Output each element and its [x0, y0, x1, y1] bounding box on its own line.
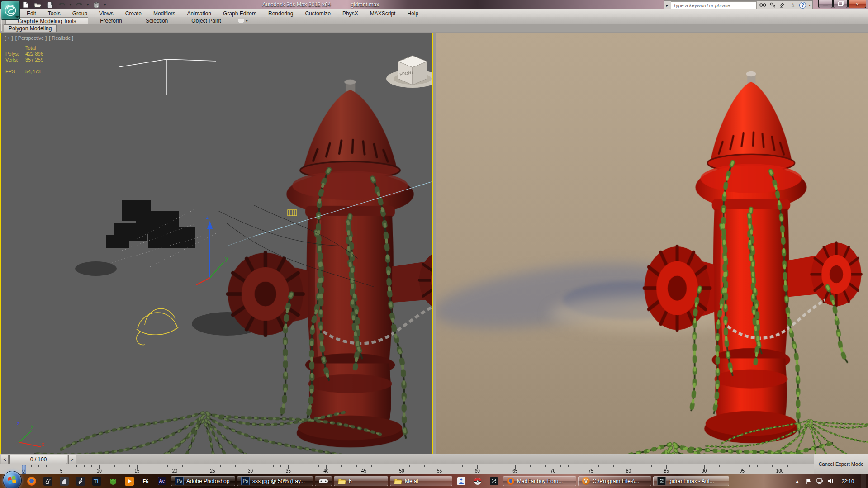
- ribbon-subtab-bar: Polygon Modeling: [0, 24, 868, 32]
- viewport-scene: z y FRONT z: [1, 33, 432, 454]
- menu-item[interactable]: Customize: [299, 10, 337, 17]
- open-file-icon[interactable]: [33, 1, 42, 9]
- taskbar-icon-3dsmax[interactable]: [487, 475, 501, 487]
- menu-item[interactable]: Help: [401, 10, 424, 17]
- restore-button[interactable]: [833, 0, 848, 8]
- taskbar-button-madfanboy[interactable]: MadFanboy Foru...: [503, 476, 576, 486]
- taskbar-button-photoshop[interactable]: Ps Adobe Photoshop ...: [171, 476, 235, 486]
- close-button[interactable]: ×: [848, 0, 866, 8]
- taskbar-icon-zbrush[interactable]: [74, 475, 87, 487]
- search-input[interactable]: [671, 1, 757, 9]
- taskbar-button-program-files[interactable]: V C:\Program Files\...: [578, 476, 651, 486]
- minimize-button[interactable]: —: [818, 0, 833, 8]
- menu-item[interactable]: MAXScript: [364, 10, 402, 17]
- taskbar-icon-green-creature[interactable]: [106, 475, 120, 487]
- ribbon-tab[interactable]: Freeform: [88, 17, 134, 24]
- start-button[interactable]: [3, 471, 22, 488]
- viewport-menu-general[interactable]: [ + ]: [5, 35, 13, 41]
- taskbar-button-folder-6[interactable]: 6: [334, 476, 388, 486]
- track-bar-ruler[interactable]: 0510152025303540455055606570758085909510…: [0, 464, 814, 474]
- new-file-icon[interactable]: [21, 1, 30, 9]
- time-slider[interactable]: 0 / 100: [9, 455, 67, 464]
- network-icon[interactable]: [816, 478, 823, 485]
- menu-item[interactable]: Animation: [181, 10, 217, 17]
- taskbar-button-gamepad[interactable]: [315, 476, 332, 486]
- taskbar-icon-sketch-app[interactable]: [41, 475, 55, 487]
- previous-frame-button[interactable]: <: [1, 455, 9, 464]
- viewport-menu-shading[interactable]: [ Realistic ]: [49, 35, 73, 41]
- taskbar-icon-tl-app[interactable]: TL: [90, 475, 104, 487]
- volume-icon[interactable]: [827, 478, 835, 485]
- ribbon-tab[interactable]: Selection: [134, 17, 180, 24]
- menu-item[interactable]: Create: [119, 10, 147, 17]
- ribbon-minimize-dropdown[interactable]: ▾: [235, 17, 251, 24]
- action-center-flag-icon[interactable]: [805, 478, 812, 485]
- quick-access-toolbar: ▾ ▾ ▾: [21, 1, 106, 9]
- taskbar-button-sss-jpg[interactable]: Ps sss.jpg @ 50% (Lay...: [237, 476, 313, 486]
- taskbar-icon-orange-arrow[interactable]: [123, 475, 136, 487]
- selected-object-small[interactable]: [288, 210, 297, 216]
- show-desktop-button[interactable]: [861, 474, 866, 488]
- show-hidden-icons-button[interactable]: ▲: [793, 478, 801, 485]
- menu-item[interactable]: Tools: [42, 10, 66, 17]
- menu-item[interactable]: Graph Editors: [217, 10, 262, 17]
- search-icon[interactable]: [759, 2, 767, 9]
- menu-item[interactable]: Modifiers: [147, 10, 181, 17]
- title-bar: ▾ ▾ ▾ Autodesk 3ds Max 2012 x64 gidrant.…: [0, 0, 868, 9]
- workspace: [ + ] [ Perspective ] [ Realistic ] Tota…: [0, 32, 868, 454]
- ribbon-tab[interactable]: Object Paint: [180, 17, 232, 24]
- undo-icon[interactable]: [57, 1, 66, 9]
- application-menu-button[interactable]: [1, 1, 20, 20]
- viewport-perspective[interactable]: [ + ] [ Perspective ] [ Realistic ] Tota…: [0, 33, 433, 455]
- subtab-polygon-modeling[interactable]: Polygon Modeling: [4, 24, 57, 32]
- taskbar-icon-horse-app[interactable]: [57, 475, 71, 487]
- project-folder-icon[interactable]: [92, 1, 101, 9]
- taskbar-button-gidrant-max[interactable]: gidrant.max - Aut...: [653, 476, 729, 486]
- app-title: Autodesk 3ds Max 2012 x64: [262, 1, 331, 8]
- taskbar-icon-blue-person[interactable]: [455, 475, 468, 487]
- menu-item[interactable]: Group: [66, 10, 93, 17]
- vray-icon: V: [582, 477, 590, 485]
- help-icon[interactable]: ?: [799, 2, 806, 9]
- stats-verts-value: 357 259: [25, 57, 43, 63]
- taskbar-icon-firefox[interactable]: [25, 475, 38, 487]
- folder-icon: [394, 478, 402, 484]
- taskbar-button-folder-metal[interactable]: Metal: [390, 476, 452, 486]
- gamepad-icon: [319, 479, 328, 484]
- selected-spline-arcs[interactable]: [137, 308, 178, 345]
- windows-logo-icon: [8, 476, 17, 485]
- viewcube[interactable]: FRONT: [386, 56, 432, 88]
- menu-item[interactable]: Rendering: [262, 10, 299, 17]
- help-dropdown-icon[interactable]: ▾: [809, 4, 811, 7]
- subscription-key-icon[interactable]: [769, 2, 777, 9]
- redo-dropdown-icon[interactable]: ▾: [87, 3, 89, 7]
- menu-item[interactable]: PhysX: [337, 10, 364, 17]
- folder-icon: [338, 478, 346, 484]
- taskbar-clock[interactable]: 22:10: [839, 479, 857, 484]
- toolbar-dropdown-icon[interactable]: ▾: [104, 3, 106, 7]
- cancel-expert-mode-button[interactable]: Cancel Expert Mode: [814, 454, 868, 474]
- ribbon-drag-handle[interactable]: [1, 18, 5, 31]
- stats-fps-label: FPS:: [5, 69, 22, 75]
- taskbar-icon-ball-app[interactable]: [471, 475, 484, 487]
- redo-icon[interactable]: [75, 1, 84, 9]
- timeline: < 0 / 100 > 0510152025303540455055606570…: [0, 454, 868, 474]
- menu-item[interactable]: Edit: [21, 10, 42, 17]
- menu-item[interactable]: Views: [93, 10, 119, 17]
- stats-verts-label: Verts:: [5, 57, 22, 63]
- photoshop-icon: Ps: [241, 477, 250, 485]
- favorites-star-icon[interactable]: ☆: [789, 2, 797, 9]
- next-frame-button[interactable]: >: [68, 455, 76, 464]
- communication-center-icon[interactable]: [779, 2, 787, 9]
- viewport-menu-pov[interactable]: [ Perspective ]: [15, 35, 47, 41]
- save-icon[interactable]: [45, 1, 54, 9]
- taskbar-icon-f6[interactable]: F6: [139, 475, 152, 487]
- white-spline[interactable]: [119, 59, 216, 95]
- taskbar-icon-after-effects[interactable]: Ae: [155, 475, 169, 487]
- search-collapse-icon[interactable]: ▸: [666, 3, 668, 8]
- ribbon-tab-bar: Graphite Modeling ToolsFreeformSelection…: [0, 17, 868, 24]
- menu-bar: EditToolsGroupViewsCreateModifiersAnimat…: [0, 9, 868, 17]
- move-gizmo[interactable]: z y: [196, 214, 228, 285]
- svg-text:TL: TL: [94, 479, 100, 485]
- undo-dropdown-icon[interactable]: ▾: [70, 3, 71, 7]
